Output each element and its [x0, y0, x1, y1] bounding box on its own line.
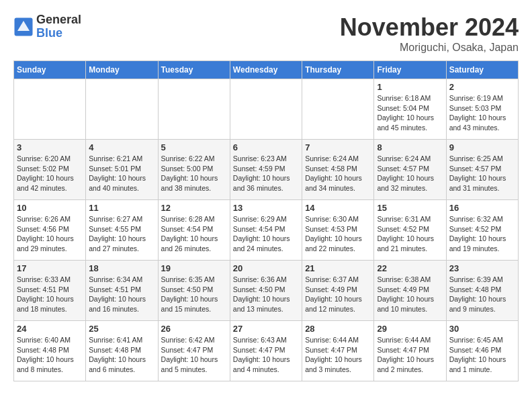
calendar-cell: [14, 79, 86, 140]
day-number: 6: [233, 142, 299, 152]
day-number: 29: [377, 324, 443, 334]
day-detail: Sunrise: 6:21 AM Sunset: 5:01 PM Dayligh…: [89, 154, 154, 193]
day-number: 26: [161, 324, 227, 334]
calendar-cell: 26Sunrise: 6:42 AM Sunset: 4:47 PM Dayli…: [158, 321, 230, 381]
calendar-cell: 5Sunrise: 6:22 AM Sunset: 5:00 PM Daylig…: [158, 140, 230, 200]
calendar-cell: 17Sunrise: 6:33 AM Sunset: 4:51 PM Dayli…: [14, 261, 86, 321]
calendar-cell: 8Sunrise: 6:24 AM Sunset: 4:57 PM Daylig…: [374, 140, 446, 200]
logo-icon: [13, 17, 34, 37]
day-number: 14: [305, 203, 371, 213]
day-detail: Sunrise: 6:26 AM Sunset: 4:56 PM Dayligh…: [17, 214, 83, 254]
day-number: 23: [449, 263, 515, 273]
day-number: 15: [377, 203, 443, 213]
calendar-cell: 12Sunrise: 6:28 AM Sunset: 4:54 PM Dayli…: [158, 200, 230, 261]
day-detail: Sunrise: 6:19 AM Sunset: 5:03 PM Dayligh…: [449, 93, 515, 133]
weekday-header: Friday: [374, 61, 446, 79]
day-detail: Sunrise: 6:35 AM Sunset: 4:50 PM Dayligh…: [161, 275, 227, 314]
calendar-cell: 24Sunrise: 6:40 AM Sunset: 4:48 PM Dayli…: [14, 321, 86, 381]
calendar-cell: 30Sunrise: 6:45 AM Sunset: 4:46 PM Dayli…: [446, 321, 518, 381]
day-detail: Sunrise: 6:38 AM Sunset: 4:49 PM Dayligh…: [377, 275, 443, 314]
logo: General Blue: [13, 13, 81, 40]
day-number: 20: [233, 263, 299, 273]
calendar-cell: 4Sunrise: 6:21 AM Sunset: 5:01 PM Daylig…: [86, 140, 158, 200]
day-detail: Sunrise: 6:34 AM Sunset: 4:51 PM Dayligh…: [89, 275, 154, 314]
day-number: 13: [233, 203, 299, 213]
day-detail: Sunrise: 6:24 AM Sunset: 4:57 PM Dayligh…: [377, 154, 443, 193]
week-row: 24Sunrise: 6:40 AM Sunset: 4:48 PM Dayli…: [14, 321, 519, 381]
day-number: 9: [449, 142, 515, 152]
day-detail: Sunrise: 6:45 AM Sunset: 4:46 PM Dayligh…: [449, 335, 515, 375]
day-number: 25: [89, 324, 154, 334]
day-detail: Sunrise: 6:37 AM Sunset: 4:49 PM Dayligh…: [305, 275, 371, 314]
day-number: 7: [305, 142, 371, 152]
day-number: 17: [17, 263, 83, 273]
calendar-cell: 7Sunrise: 6:24 AM Sunset: 4:58 PM Daylig…: [302, 140, 374, 200]
day-detail: Sunrise: 6:20 AM Sunset: 5:02 PM Dayligh…: [17, 154, 83, 193]
day-detail: Sunrise: 6:31 AM Sunset: 4:52 PM Dayligh…: [377, 214, 443, 254]
weekday-header: Thursday: [302, 61, 374, 79]
calendar-cell: 15Sunrise: 6:31 AM Sunset: 4:52 PM Dayli…: [374, 200, 446, 261]
calendar-cell: 23Sunrise: 6:39 AM Sunset: 4:48 PM Dayli…: [446, 261, 518, 321]
weekday-header: Wednesday: [230, 61, 302, 79]
day-number: 19: [161, 263, 227, 273]
calendar-cell: 16Sunrise: 6:32 AM Sunset: 4:52 PM Dayli…: [446, 200, 518, 261]
day-detail: Sunrise: 6:22 AM Sunset: 5:00 PM Dayligh…: [161, 154, 227, 193]
calendar-cell: 22Sunrise: 6:38 AM Sunset: 4:49 PM Dayli…: [374, 261, 446, 321]
week-row: 3Sunrise: 6:20 AM Sunset: 5:02 PM Daylig…: [14, 140, 519, 200]
calendar-cell: 9Sunrise: 6:25 AM Sunset: 4:57 PM Daylig…: [446, 140, 518, 200]
day-detail: Sunrise: 6:27 AM Sunset: 4:55 PM Dayligh…: [89, 214, 154, 254]
weekday-header: Sunday: [14, 61, 86, 79]
day-number: 3: [17, 142, 83, 152]
calendar-cell: 6Sunrise: 6:23 AM Sunset: 4:59 PM Daylig…: [230, 140, 302, 200]
day-number: 5: [161, 142, 227, 152]
calendar-cell: 1Sunrise: 6:18 AM Sunset: 5:04 PM Daylig…: [374, 79, 446, 140]
logo-general: General: [36, 13, 81, 26]
day-detail: Sunrise: 6:40 AM Sunset: 4:48 PM Dayligh…: [17, 335, 83, 375]
calendar-cell: 18Sunrise: 6:34 AM Sunset: 4:51 PM Dayli…: [86, 261, 158, 321]
day-detail: Sunrise: 6:24 AM Sunset: 4:58 PM Dayligh…: [305, 154, 371, 193]
day-number: 2: [449, 82, 515, 92]
day-detail: Sunrise: 6:44 AM Sunset: 4:47 PM Dayligh…: [377, 335, 443, 375]
day-number: 8: [377, 142, 443, 152]
calendar-cell: 27Sunrise: 6:43 AM Sunset: 4:47 PM Dayli…: [230, 321, 302, 381]
day-number: 1: [377, 82, 443, 92]
calendar-cell: 29Sunrise: 6:44 AM Sunset: 4:47 PM Dayli…: [374, 321, 446, 381]
weekday-header: Saturday: [446, 61, 518, 79]
calendar-cell: 3Sunrise: 6:20 AM Sunset: 5:02 PM Daylig…: [14, 140, 86, 200]
calendar-cell: 10Sunrise: 6:26 AM Sunset: 4:56 PM Dayli…: [14, 200, 86, 261]
location-title: Moriguchi, Osaka, Japan: [340, 42, 519, 54]
day-detail: Sunrise: 6:33 AM Sunset: 4:51 PM Dayligh…: [17, 275, 83, 314]
day-detail: Sunrise: 6:23 AM Sunset: 4:59 PM Dayligh…: [233, 154, 299, 193]
calendar-cell: [230, 79, 302, 140]
day-detail: Sunrise: 6:43 AM Sunset: 4:47 PM Dayligh…: [233, 335, 299, 375]
week-row: 10Sunrise: 6:26 AM Sunset: 4:56 PM Dayli…: [14, 200, 519, 261]
calendar-cell: 14Sunrise: 6:30 AM Sunset: 4:53 PM Dayli…: [302, 200, 374, 261]
calendar-cell: 19Sunrise: 6:35 AM Sunset: 4:50 PM Dayli…: [158, 261, 230, 321]
day-number: 11: [89, 203, 154, 213]
calendar-cell: 11Sunrise: 6:27 AM Sunset: 4:55 PM Dayli…: [86, 200, 158, 261]
weekday-header: Tuesday: [158, 61, 230, 79]
calendar-cell: 20Sunrise: 6:36 AM Sunset: 4:50 PM Dayli…: [230, 261, 302, 321]
logo-text: General Blue: [36, 13, 81, 40]
day-detail: Sunrise: 6:39 AM Sunset: 4:48 PM Dayligh…: [449, 275, 515, 314]
month-title: November 2024: [340, 13, 519, 42]
day-number: 16: [449, 203, 515, 213]
calendar-cell: [302, 79, 374, 140]
day-number: 4: [89, 142, 154, 152]
day-number: 24: [17, 324, 83, 334]
title-area: November 2024 Moriguchi, Osaka, Japan: [340, 13, 519, 54]
calendar-cell: 25Sunrise: 6:41 AM Sunset: 4:48 PM Dayli…: [86, 321, 158, 381]
calendar-cell: [158, 79, 230, 140]
calendar-cell: 2Sunrise: 6:19 AM Sunset: 5:03 PM Daylig…: [446, 79, 518, 140]
day-detail: Sunrise: 6:29 AM Sunset: 4:54 PM Dayligh…: [233, 214, 299, 254]
day-detail: Sunrise: 6:28 AM Sunset: 4:54 PM Dayligh…: [161, 214, 227, 254]
day-number: 30: [449, 324, 515, 334]
day-detail: Sunrise: 6:32 AM Sunset: 4:52 PM Dayligh…: [449, 214, 515, 254]
day-number: 27: [233, 324, 299, 334]
calendar-cell: 21Sunrise: 6:37 AM Sunset: 4:49 PM Dayli…: [302, 261, 374, 321]
day-number: 28: [305, 324, 371, 334]
day-detail: Sunrise: 6:41 AM Sunset: 4:48 PM Dayligh…: [89, 335, 154, 375]
day-detail: Sunrise: 6:18 AM Sunset: 5:04 PM Dayligh…: [377, 93, 443, 133]
day-detail: Sunrise: 6:30 AM Sunset: 4:53 PM Dayligh…: [305, 214, 371, 254]
day-number: 18: [89, 263, 154, 273]
